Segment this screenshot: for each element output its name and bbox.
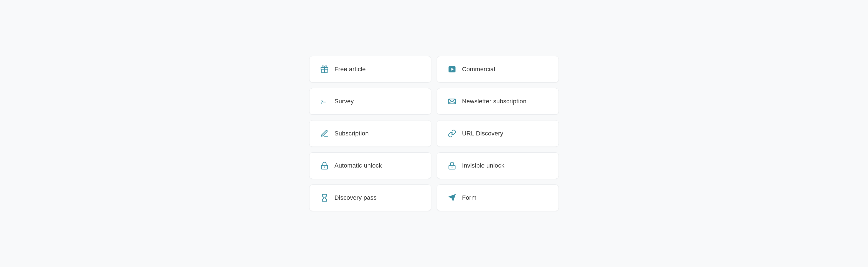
card-form[interactable]: Form [437, 185, 559, 211]
survey-icon: ?≡ [319, 97, 330, 105]
card-label-discovery-pass: Discovery pass [335, 194, 377, 201]
card-subscription[interactable]: Subscription [309, 120, 431, 147]
card-label-survey: Survey [335, 98, 354, 105]
card-label-subscription: Subscription [335, 130, 369, 137]
card-free-article[interactable]: Free article [309, 56, 431, 82]
card-newsletter-subscription[interactable]: Newsletter subscription [437, 88, 559, 115]
card-label-commercial: Commercial [462, 66, 495, 73]
hourglass-icon [319, 194, 330, 202]
options-grid: Free article Commercial ?≡ Survey Newsle… [309, 56, 559, 211]
card-label-free-article: Free article [335, 66, 366, 73]
lock-icon [447, 162, 457, 170]
card-commercial[interactable]: Commercial [437, 56, 559, 82]
gift-icon [319, 65, 330, 73]
card-label-invisible-unlock: Invisible unlock [462, 162, 504, 169]
card-survey[interactable]: ?≡ Survey [309, 88, 431, 115]
card-label-url-discovery: URL Discovery [462, 130, 503, 137]
card-label-form: Form [462, 194, 476, 201]
svg-text:?≡: ?≡ [320, 99, 326, 105]
play-icon [447, 65, 457, 73]
card-invisible-unlock[interactable]: Invisible unlock [437, 152, 559, 179]
link-icon [447, 129, 457, 138]
card-label-newsletter-subscription: Newsletter subscription [462, 98, 526, 105]
svg-marker-11 [449, 194, 456, 201]
email-icon [447, 97, 457, 105]
card-automatic-unlock[interactable]: Automatic unlock [309, 152, 431, 179]
svg-point-7 [324, 166, 325, 168]
card-label-automatic-unlock: Automatic unlock [335, 162, 382, 169]
svg-point-9 [452, 166, 453, 168]
pen-icon [319, 129, 330, 138]
paper-plane-icon [447, 194, 457, 202]
lock-icon [319, 162, 330, 170]
card-url-discovery[interactable]: URL Discovery [437, 120, 559, 147]
card-discovery-pass[interactable]: Discovery pass [309, 185, 431, 211]
